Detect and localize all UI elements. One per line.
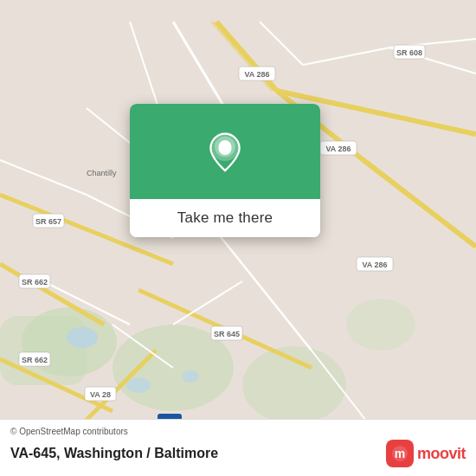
svg-text:m: m [395,447,405,460]
svg-text:VA 286: VA 286 [244,70,269,79]
attribution-text: © OpenStreetMap contributors [10,427,466,436]
svg-text:VA 28: VA 28 [90,390,111,399]
svg-point-4 [346,299,415,351]
popup-green-header [130,104,320,199]
svg-point-8 [182,370,199,383]
svg-point-6 [67,327,98,348]
map-background: VA 286 VA 286 VA 286 SR 608 SR 657 SR 66… [0,0,476,476]
svg-text:SR 662: SR 662 [22,356,48,364]
svg-text:VA 286: VA 286 [362,261,387,269]
svg-point-7 [126,377,151,393]
svg-text:SR 645: SR 645 [214,330,240,338]
bottom-bar: © OpenStreetMap contributors VA-645, Was… [0,419,476,476]
svg-rect-5 [0,316,87,385]
svg-rect-0 [0,22,476,454]
moovit-logo: m moovit [386,440,466,467]
moovit-text: moovit [417,445,466,463]
svg-text:VA 286: VA 286 [325,145,351,153]
bottom-bar-content: VA-645, Washington / Baltimore m moovit [10,440,466,467]
svg-text:Chantilly: Chantilly [87,169,117,177]
location-pin-icon [204,131,246,172]
svg-text:SR 608: SR 608 [396,48,422,57]
route-name: VA-645, Washington / Baltimore [10,446,218,461]
popup-button-section[interactable]: Take me there [130,199,320,237]
moovit-icon: m [386,440,414,467]
svg-text:SR 657: SR 657 [35,217,61,226]
popup-card: Take me there [130,104,320,237]
take-me-there-button[interactable]: Take me there [177,209,273,226]
svg-text:SR 662: SR 662 [22,278,48,286]
map-container: VA 286 VA 286 VA 286 SR 608 SR 657 SR 66… [0,0,476,476]
